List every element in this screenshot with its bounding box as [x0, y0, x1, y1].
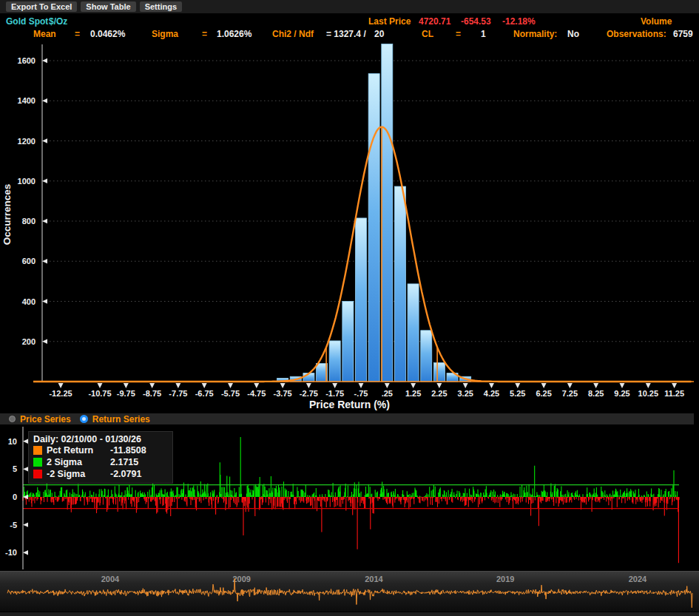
hist-bar — [356, 218, 367, 382]
hist-xtick-label: -.75 — [354, 389, 368, 398]
hist-ytick-arrow — [42, 339, 47, 344]
hist-xtick-arrow — [58, 383, 64, 388]
hist-bar — [394, 186, 405, 382]
series-radio-label: Return Series — [92, 414, 150, 424]
hist-ytick-label: 400 — [22, 297, 36, 306]
hist-xtick-label: -3.75 — [274, 389, 292, 398]
hist-xtick-label: 9.25 — [614, 389, 629, 398]
hist-xtick-arrow — [254, 383, 259, 388]
legend-row: -2 Sigma-2.0791 — [33, 468, 168, 480]
hist-bar — [329, 341, 340, 382]
legend-color-chip-icon — [33, 446, 42, 455]
hist-bar — [433, 363, 445, 382]
hist-ytick-label: 1200 — [18, 137, 36, 146]
legend-row-value: 2.1715 — [110, 457, 138, 467]
hist-xtick-arrow — [175, 383, 180, 388]
navigator-return-waveform — [7, 578, 692, 608]
hist-xtick-label: 2.25 — [431, 389, 447, 398]
hist-bar — [421, 331, 432, 382]
hist-xtick-label: -8.75 — [143, 389, 161, 398]
legend-row: Pct Return-11.8508 — [33, 444, 168, 456]
return-ytick-label: 5 — [13, 464, 17, 473]
legend-row-value: -2.0791 — [110, 469, 141, 479]
hist-xtick-arrow — [385, 383, 390, 388]
return-ytick-arrow — [23, 439, 28, 444]
hist-xtick-label: 11.25 — [664, 389, 684, 398]
return-ytick-label: -10 — [5, 548, 17, 557]
hist-ytick-arrow — [42, 58, 47, 63]
series-radio-price-series[interactable]: Price Series — [9, 414, 71, 424]
hist-bar — [368, 74, 379, 382]
hist-xtick-label: -9.75 — [117, 389, 135, 398]
hist-ytick-arrow — [42, 299, 47, 303]
legend-date-range: Daily: 02/10/00 - 01/30/26 — [33, 434, 168, 444]
hist-xtick-label: -12.25 — [49, 389, 72, 398]
hist-xtick-arrow — [515, 383, 520, 388]
hist-bar — [408, 284, 419, 382]
return-ytick-arrow — [23, 467, 28, 471]
histogram-xaxis-title: Price Return (%) — [0, 399, 699, 410]
hist-xtick-label: -6.75 — [195, 389, 214, 398]
hist-xtick-arrow — [228, 383, 233, 388]
hist-xtick-arrow — [620, 383, 625, 388]
hist-xtick-arrow — [567, 383, 573, 388]
hist-ytick-label: 200 — [22, 337, 36, 346]
hist-ytick-label: 1000 — [18, 177, 36, 186]
window-bottom-edge — [0, 612, 699, 616]
legend-row-label: Pct Return — [47, 445, 110, 456]
hist-ytick-arrow — [42, 138, 47, 143]
legend-row-label: -2 Sigma — [47, 469, 110, 479]
hist-xtick-arrow — [306, 383, 311, 388]
series-radio-label: Price Series — [20, 414, 71, 424]
hist-xtick-arrow — [202, 383, 207, 388]
return-ytick-label: 0 — [13, 493, 17, 501]
hist-ytick-arrow — [42, 98, 47, 103]
hist-xtick-arrow — [463, 383, 468, 388]
legend-color-chip-icon — [33, 458, 42, 467]
hist-xtick-label: .25 — [382, 389, 393, 398]
hist-xtick-label: -1.75 — [325, 389, 344, 398]
hist-yaxis-title: Occurrences — [1, 184, 13, 246]
hist-ytick-label: 800 — [22, 217, 36, 226]
histogram-plot: 2004006008001000120014001600-12.25-10.75… — [1, 44, 694, 398]
hist-ytick-label: 600 — [22, 257, 36, 265]
hist-xtick-label: 1.25 — [405, 389, 421, 398]
hist-bar — [342, 302, 354, 382]
bloomberg-histogram-screen: Export To Excel Show Table Settings Gold… — [0, 0, 699, 616]
return-ytick-label: -5 — [10, 521, 17, 529]
hist-ytick-label: 1600 — [18, 56, 36, 65]
hist-ytick-label: 1400 — [18, 96, 36, 105]
hist-xtick-label: 10.25 — [638, 389, 659, 398]
hist-xtick-arrow — [98, 383, 103, 388]
hist-xtick-label: 3.25 — [457, 389, 473, 398]
hist-bar — [382, 44, 393, 382]
legend-color-chip-icon — [33, 470, 42, 478]
hist-xtick-arrow — [646, 383, 651, 388]
return-ytick-arrow — [23, 522, 28, 527]
negative-returns-series — [23, 497, 679, 563]
hist-xtick-arrow — [541, 383, 547, 388]
hist-xtick-label: -4.75 — [247, 389, 266, 398]
hist-xtick-label: 5.25 — [510, 389, 525, 398]
radio-unselected-icon[interactable] — [9, 416, 16, 422]
hist-xtick-arrow — [149, 383, 155, 388]
return-ytick-arrow — [23, 550, 28, 555]
legend-row-label: 2 Sigma — [47, 457, 110, 467]
radio-selected-icon[interactable] — [80, 415, 88, 423]
series-toggle-bar: Price SeriesReturn Series — [0, 413, 694, 424]
navigator-plot — [7, 578, 692, 608]
charts-canvas: 2004006008001000120014001600-12.25-10.75… — [0, 0, 699, 616]
series-legend-box: Daily: 02/10/00 - 01/30/26 Pct Return-11… — [28, 431, 173, 484]
hist-xtick-arrow — [280, 383, 286, 388]
hist-ytick-arrow — [42, 219, 47, 223]
hist-xtick-label: 8.25 — [588, 389, 604, 398]
hist-xtick-arrow — [672, 383, 677, 388]
hist-xtick-label: 7.25 — [562, 389, 578, 398]
hist-ytick-arrow — [42, 259, 47, 263]
hist-xtick-arrow — [436, 383, 442, 388]
hist-xtick-arrow — [411, 383, 416, 388]
series-radio-return-series[interactable]: Return Series — [80, 414, 150, 424]
hist-ytick-arrow — [42, 179, 47, 183]
hist-xtick-arrow — [359, 383, 364, 388]
return-ytick-label: 10 — [8, 437, 17, 446]
